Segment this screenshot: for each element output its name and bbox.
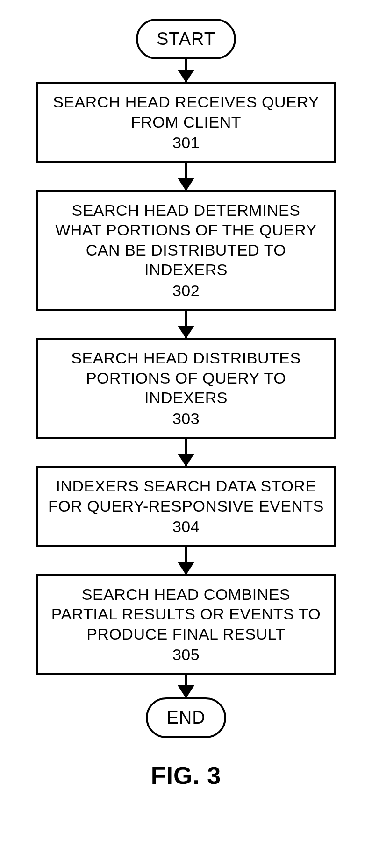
arrow — [185, 439, 187, 466]
process-ref: 305 — [48, 645, 324, 665]
arrow — [185, 547, 187, 574]
figure-caption: FIG. 3 — [151, 761, 221, 790]
flowchart: START SEARCH HEAD RECEIVES QUERY FROM CL… — [36, 19, 336, 738]
process-step-305: SEARCH HEAD COMBINES PARTIAL RESULTS OR … — [36, 574, 336, 675]
start-label: START — [157, 29, 215, 49]
end-label: END — [166, 708, 205, 727]
process-text: INDEXERS SEARCH DATA STORE FOR QUERY-RES… — [48, 476, 324, 516]
arrow — [185, 163, 187, 190]
process-ref: 301 — [48, 133, 324, 153]
start-terminal: START — [136, 19, 236, 59]
process-text: SEARCH HEAD COMBINES PARTIAL RESULTS OR … — [48, 584, 324, 644]
process-text: SEARCH HEAD DISTRIBUTES PORTIONS OF QUER… — [48, 348, 324, 408]
process-step-304: INDEXERS SEARCH DATA STORE FOR QUERY-RES… — [36, 466, 336, 547]
arrow — [185, 311, 187, 338]
process-step-303: SEARCH HEAD DISTRIBUTES PORTIONS OF QUER… — [36, 338, 336, 439]
process-ref: 302 — [48, 281, 324, 301]
process-ref: 303 — [48, 409, 324, 429]
process-step-302: SEARCH HEAD DETERMINES WHAT PORTIONS OF … — [36, 190, 336, 311]
process-text: SEARCH HEAD DETERMINES WHAT PORTIONS OF … — [48, 200, 324, 280]
arrow — [185, 59, 187, 82]
process-text: SEARCH HEAD RECEIVES QUERY FROM CLIENT — [48, 92, 324, 132]
arrow — [185, 675, 187, 697]
end-terminal: END — [146, 697, 226, 738]
process-step-301: SEARCH HEAD RECEIVES QUERY FROM CLIENT 3… — [36, 82, 336, 163]
process-ref: 304 — [48, 517, 324, 537]
